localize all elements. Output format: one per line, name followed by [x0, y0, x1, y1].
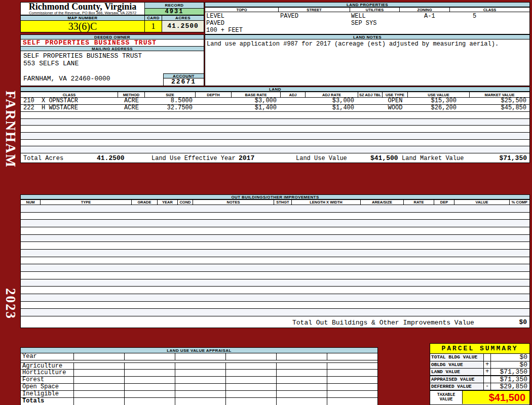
empty-row [21, 146, 529, 153]
class-column-header: CLASS [450, 7, 529, 12]
appraisal-row-label: Open Space [21, 384, 74, 390]
appraisal-cell[interactable] [226, 384, 277, 390]
appraisal-row-year[interactable]: Year [21, 353, 377, 360]
appraisal-cell[interactable] [327, 353, 377, 360]
appraisal-cell[interactable] [175, 370, 226, 376]
appraisal-cell[interactable] [125, 398, 175, 405]
appraisal-cell[interactable] [277, 370, 327, 376]
appraisal-cell[interactable] [327, 398, 377, 405]
ob-col-sthgt: STHGT [274, 199, 292, 205]
appraisal-row[interactable]: Open Space [21, 384, 377, 391]
utilities-value-line: SEP SYS [351, 20, 376, 27]
appraisal-cell[interactable] [327, 363, 377, 369]
appraisal-cell[interactable] [327, 377, 377, 383]
utilities-value-line: WELL [351, 13, 366, 20]
land-col-method: METHOD [118, 92, 145, 98]
appraisal-cell[interactable] [226, 377, 277, 383]
empty-row [21, 294, 529, 302]
land-cell-use-value: $15,300 [408, 98, 470, 104]
appraisal-cell[interactable] [175, 384, 226, 390]
land-table-row[interactable]: 210 X OPNSTACR ACRE 8.5000 $3,000 $3,000… [20, 98, 530, 105]
land-col-depth: DEPTH [196, 92, 232, 98]
empty-row [21, 309, 529, 316]
appraisal-cell[interactable] [175, 353, 226, 360]
appraisal-cell[interactable] [175, 363, 226, 369]
appraisal-cell[interactable] [125, 363, 175, 369]
appraisal-row-totals[interactable]: Totals [21, 398, 377, 405]
zoning-column-header: ZONING [400, 7, 450, 12]
appraisal-cell[interactable] [226, 353, 277, 360]
land-cell-adj-rate: $3,000 [306, 98, 358, 104]
appraisal-cell[interactable] [74, 370, 125, 376]
appraisal-cell[interactable] [277, 353, 327, 360]
appraisal-cell[interactable] [277, 377, 327, 383]
street-column-header: STREET [279, 7, 350, 12]
land-cell-sz-adj-tbl [358, 98, 383, 104]
appraisal-cell[interactable] [125, 377, 175, 383]
land-notes-text[interactable]: Land use application #987 for 2017 (acre… [205, 39, 530, 86]
empty-row [21, 235, 529, 242]
appraisal-cell[interactable] [277, 363, 327, 369]
appraisal-cell[interactable] [226, 363, 277, 369]
appraisal-cell[interactable] [226, 391, 277, 397]
appraisal-row[interactable]: Agriculture [21, 362, 377, 370]
acres-value[interactable]: 41.2500 [162, 20, 204, 32]
parcel-row-value: $71,350 [491, 369, 529, 375]
appraisal-cell[interactable] [327, 384, 377, 390]
empty-row [21, 257, 529, 265]
appraisal-cell[interactable] [74, 384, 125, 390]
appraisal-row[interactable]: Horticulture [21, 370, 377, 377]
land-cell-use-type: OPEN [383, 98, 408, 104]
card-value[interactable]: 1 [144, 20, 162, 32]
appraisal-cell[interactable] [226, 398, 277, 405]
ob-col-value: VALUE [454, 199, 510, 205]
utilities-column-header: UTILITIES [350, 7, 400, 12]
land-notes-header: LAND NOTES [205, 34, 530, 39]
appraisal-row[interactable]: Ineligible [21, 391, 377, 398]
parcel-summary-row: DEFERRED VALUE - $29,850 [430, 383, 529, 390]
appraisal-cells [74, 391, 377, 397]
land-table-row[interactable]: 222 H WDSTACRE ACRE 32.7500 $1,400 $1,40… [20, 105, 530, 112]
appraisal-cells [74, 363, 377, 369]
appraisal-cell[interactable] [125, 384, 175, 390]
appraisal-cell[interactable] [74, 391, 125, 397]
map-number-value[interactable]: 33(6)C [20, 20, 145, 32]
taxable-value: $41,500 [463, 391, 529, 404]
appraisal-cell[interactable] [125, 391, 175, 397]
effective-year-label: Land Use Effective Year [151, 155, 236, 162]
taxable-value-label: TAXABLE VALUE [430, 391, 463, 404]
empty-row [21, 242, 529, 250]
appraisal-cell[interactable] [327, 391, 377, 397]
taxable-value-row: TAXABLE VALUE $41,500 [430, 390, 529, 404]
ob-col-cond: COND [178, 199, 193, 205]
appraisal-cell[interactable] [277, 391, 327, 397]
account-value[interactable]: 22671 [163, 78, 204, 86]
appraisal-cell[interactable] [175, 391, 226, 397]
appraisal-cell[interactable] [277, 398, 327, 405]
empty-row [21, 133, 529, 140]
ob-col-length-width: LENGTH X WIDTH [292, 199, 361, 205]
appraisal-cell[interactable] [125, 370, 175, 376]
appraisal-cell[interactable] [125, 353, 175, 360]
appraisal-cell[interactable] [277, 384, 327, 390]
appraisal-cell[interactable] [175, 398, 226, 405]
appraisal-cell[interactable] [226, 370, 277, 376]
empty-row [21, 272, 529, 279]
appraisal-cell[interactable] [327, 370, 377, 376]
appraisal-cells [74, 398, 377, 405]
appraisal-cell[interactable] [74, 353, 125, 360]
parcel-row-value: $0 [491, 361, 529, 368]
appraisal-cell[interactable] [74, 398, 125, 405]
land-properties-values[interactable]: LEVEL PAVED 100 + FEET PAVED WELL SEP SY… [205, 12, 530, 34]
appraisal-row-label: Horticulture [21, 370, 74, 376]
land-col-adj-rate: ADJ RATE [306, 92, 358, 98]
appraisal-row[interactable]: Forest [21, 377, 377, 384]
ob-col-type: TYPE [41, 199, 132, 205]
land-section-header: LAND [20, 87, 530, 92]
appraisal-cell[interactable] [74, 377, 125, 383]
topo-column-header: TOPO [205, 7, 279, 12]
record-value[interactable]: 4931 [144, 8, 204, 15]
appraisal-cell[interactable] [74, 363, 125, 369]
land-cell-class: 210 X OPNSTACR [21, 98, 118, 104]
appraisal-cell[interactable] [175, 377, 226, 383]
